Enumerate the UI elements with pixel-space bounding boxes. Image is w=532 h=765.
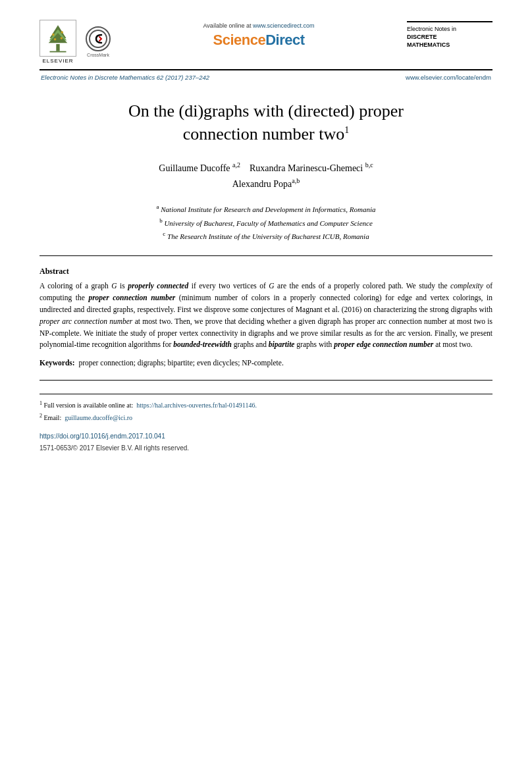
page: ELSEVIER CrossMark Availabl (0, 0, 532, 765)
keywords-line: Keywords: proper connection; digraphs; b… (40, 357, 492, 369)
footnote-2-email: guillaume.ducoffe@ici.ro (65, 415, 132, 422)
affil-item-b: b University of Bucharest, Faculty of Ma… (40, 216, 492, 229)
footnote-2-number: 2 (40, 413, 42, 419)
svg-point-6 (61, 31, 63, 34)
journal-top-divider (407, 21, 492, 22)
elsevier-tree-box (40, 20, 76, 57)
copyright-text: 1571-0653/© 2017 Elsevier B.V. All right… (40, 444, 189, 452)
header-right: Electronic Notes in DISCRETE MATHEMATICS (407, 20, 492, 49)
affiliations-section: a National Institute for Research and De… (40, 202, 492, 242)
affil-text-b: University of Bucharest, Faculty of Math… (164, 219, 372, 226)
svg-rect-1 (50, 51, 66, 53)
crossmark-logo: CrossMark (86, 26, 111, 57)
header-center: Available online at www.sciencedirect.co… (111, 20, 407, 49)
footnote-1-url: https://hal.archives-ouvertes.fr/hal-014… (136, 402, 257, 409)
affil-item-a: a National Institute for Research and De… (40, 202, 492, 215)
author2-sup: b,c (365, 161, 373, 169)
title-section: On the (di)graphs with (directed) proper… (40, 99, 492, 145)
header-left: ELSEVIER CrossMark (40, 20, 111, 64)
footer-section: https://doi.org/10.1016/j.endm.2017.10.0… (40, 433, 492, 453)
direct-part: Direct (265, 32, 304, 48)
journal-name: Electronic Notes in DISCRETE MATHEMATICS (407, 25, 456, 49)
affil-item-c: c The Research Institute of the Universi… (40, 229, 492, 242)
affil-key-b: b (159, 217, 163, 224)
journal-citation-line: Electronic Notes in Discrete Mathematics… (40, 74, 492, 81)
main-title: On the (di)graphs with (directed) proper… (40, 99, 492, 145)
abstract-title: Abstract (40, 267, 492, 277)
svg-rect-0 (56, 44, 59, 51)
footnote-1-number: 1 (40, 400, 42, 406)
affil-text-c: The Research Institute of the University… (167, 232, 369, 240)
footnote-1: 1 Full version is available online at: h… (40, 400, 492, 410)
elsevier-tree-svg (41, 22, 75, 55)
elsevier-logo: ELSEVIER (40, 20, 76, 64)
doi-link[interactable]: https://doi.org/10.1016/j.endm.2017.10.0… (40, 433, 492, 440)
crossmark-label: CrossMark (87, 53, 109, 57)
author3-sup: a,b (292, 177, 300, 184)
affil-key-a: a (157, 203, 159, 210)
svg-point-5 (52, 34, 55, 36)
keywords-label: Keywords: (40, 359, 75, 367)
journal-url-link[interactable]: www.elsevier.com/locate/endm (406, 74, 491, 81)
footnotes-section: 1 Full version is available online at: h… (40, 394, 492, 423)
authors-section: Guillaume Ducoffe a,2 Ruxandra Marinescu… (40, 160, 492, 192)
sciencedirect-url-link[interactable]: www.sciencedirect.com (253, 22, 315, 29)
affil-key-c: c (163, 230, 165, 237)
abstract-divider-bottom (40, 380, 492, 381)
authors-names: Guillaume Ducoffe a,2 Ruxandra Marinescu… (40, 160, 492, 192)
svg-point-7 (54, 38, 57, 41)
elsevier-label: ELSEVIER (42, 58, 73, 64)
crossmark-circle (86, 26, 111, 51)
abstract-body: A coloring of a graph G is properly conn… (40, 280, 492, 351)
header: ELSEVIER CrossMark Availabl (40, 20, 492, 70)
science-part: Science (213, 32, 265, 48)
abstract-divider-top (40, 255, 492, 256)
affil-text-a: National Institute for Research and Deve… (161, 205, 375, 213)
sciencedirect-brand: ScienceDirect (213, 32, 304, 49)
available-online-text: Available online at www.sciencedirect.co… (203, 22, 315, 29)
crossmark-icon (88, 29, 108, 49)
footnote-2: 2 Email: guillaume.ducoffe@ici.ro (40, 412, 492, 423)
svg-point-9 (90, 30, 107, 47)
title-superscript: 1 (344, 125, 349, 135)
author1-sup: a,2 (232, 161, 240, 169)
keywords-text: proper connection; digraphs; bipartite; … (78, 359, 283, 367)
svg-point-8 (61, 37, 63, 40)
abstract-section: Abstract A coloring of a graph G is prop… (40, 267, 492, 369)
journal-citation: Electronic Notes in Discrete Mathematics… (41, 74, 209, 81)
